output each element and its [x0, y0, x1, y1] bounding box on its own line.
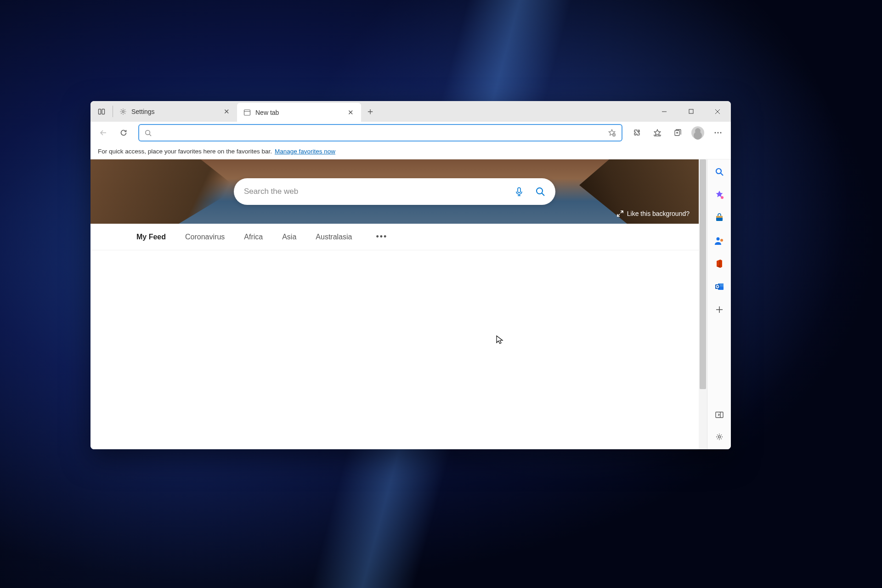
background-like-prompt[interactable]: Like this background? [617, 210, 690, 217]
back-button[interactable] [94, 124, 113, 142]
tab-actions-button[interactable] [90, 101, 113, 122]
refresh-button[interactable] [114, 124, 133, 142]
svg-point-20 [537, 188, 543, 194]
svg-rect-3 [244, 110, 250, 115]
search-icon [145, 130, 152, 136]
hero-bg-left [90, 159, 237, 224]
microphone-icon[interactable] [514, 187, 524, 197]
feed-tab-asia[interactable]: Asia [282, 233, 296, 241]
edge-sidebar [707, 159, 731, 449]
sidebar-outlook-icon[interactable] [713, 281, 725, 293]
minimize-button[interactable] [651, 101, 678, 122]
page-scrollbar[interactable] [699, 159, 707, 449]
tab-new-tab[interactable]: New tab ✕ [237, 103, 361, 122]
svg-point-18 [720, 132, 722, 134]
manage-favorites-link[interactable]: Manage favorites now [275, 148, 335, 155]
address-input[interactable] [156, 129, 608, 137]
tab-title: Settings [131, 108, 218, 115]
content-area: Search the web Like this background? My … [90, 159, 731, 449]
svg-rect-26 [716, 216, 723, 218]
bg-like-text: Like this background? [627, 210, 690, 217]
tab-title: New tab [255, 109, 342, 116]
close-window-button[interactable] [704, 101, 731, 122]
sidebar-add-button[interactable] [713, 304, 725, 316]
new-tab-button[interactable]: ＋ [361, 101, 379, 122]
titlebar-drag[interactable] [379, 101, 651, 122]
svg-point-17 [718, 132, 719, 134]
svg-rect-31 [715, 284, 720, 289]
search-icon[interactable] [535, 187, 545, 197]
svg-point-37 [718, 436, 720, 438]
svg-point-9 [146, 130, 150, 135]
tab-close-button[interactable]: ✕ [346, 108, 355, 117]
ntp-icon [243, 109, 251, 116]
gear-icon [119, 108, 127, 115]
feed-more-button[interactable]: ••• [376, 232, 387, 242]
address-bar[interactable] [138, 124, 622, 141]
browser-window: Settings ✕ New tab ✕ ＋ For qu [90, 101, 731, 449]
titlebar: Settings ✕ New tab ✕ ＋ [90, 101, 731, 122]
svg-point-2 [122, 110, 124, 112]
web-search-box[interactable]: Search the web [234, 178, 555, 205]
feed-body [90, 250, 699, 449]
svg-line-23 [721, 173, 723, 175]
svg-rect-6 [689, 109, 693, 113]
svg-line-10 [149, 134, 151, 136]
expand-icon [617, 210, 623, 217]
sidebar-shopping-icon[interactable] [713, 212, 725, 224]
feed-tab-coronavirus[interactable]: Coronavirus [185, 233, 225, 241]
svg-point-22 [716, 169, 721, 174]
web-search-placeholder: Search the web [244, 187, 514, 196]
sidebar-discover-icon[interactable] [713, 189, 725, 201]
scrollbar-thumb[interactable] [700, 159, 706, 389]
feed-tab-africa[interactable]: Africa [244, 233, 263, 241]
svg-point-27 [716, 237, 719, 241]
sidebar-settings-icon[interactable] [713, 431, 725, 443]
svg-point-24 [721, 196, 724, 199]
cursor-icon [496, 335, 503, 345]
tab-close-button[interactable]: ✕ [222, 107, 231, 116]
hero-banner: Search the web Like this background? [90, 159, 699, 224]
svg-point-16 [715, 132, 716, 134]
sidebar-office-icon[interactable] [713, 258, 725, 270]
favorites-button[interactable] [648, 124, 667, 142]
collections-button[interactable] [668, 124, 687, 142]
svg-line-21 [542, 193, 545, 196]
tab-settings[interactable]: Settings ✕ [113, 101, 237, 122]
feed-tab-australasia[interactable]: Australasia [316, 233, 352, 241]
svg-rect-0 [99, 109, 101, 114]
svg-rect-19 [518, 188, 520, 193]
sidebar-people-icon[interactable] [713, 235, 725, 247]
maximize-button[interactable] [678, 101, 704, 122]
favorites-bar: For quick access, place your favorites h… [90, 144, 731, 159]
feed-nav: My Feed Coronavirus Africa Asia Australa… [90, 224, 699, 250]
svg-rect-1 [102, 109, 105, 114]
extensions-button[interactable] [628, 124, 646, 142]
menu-button[interactable] [709, 124, 727, 142]
new-tab-page: Search the web Like this background? My … [90, 159, 699, 449]
toolbar [90, 122, 731, 144]
favorite-star-icon[interactable] [608, 129, 616, 137]
favorites-hint-text: For quick access, place your favorites h… [98, 148, 272, 155]
feed-tab-myfeed[interactable]: My Feed [136, 233, 166, 241]
profile-avatar[interactable] [691, 126, 704, 139]
window-controls [651, 101, 731, 122]
sidebar-search-icon[interactable] [713, 166, 725, 178]
svg-point-28 [720, 239, 723, 242]
sidebar-collapse-icon[interactable] [713, 409, 725, 421]
